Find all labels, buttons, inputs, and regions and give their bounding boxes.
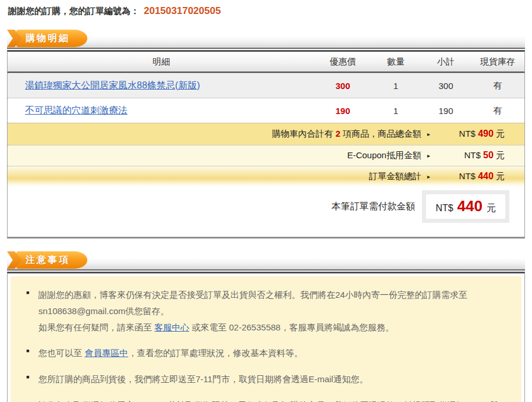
product-subtotal: 300 xyxy=(421,81,471,91)
notice-box: 謝謝您的惠顧，博客來仍保有決定是否接受訂單及出貨與否之權利。我們將在24小時內寄… xyxy=(7,272,525,402)
product-subtotal: 190 xyxy=(421,106,471,116)
spacer xyxy=(8,225,524,237)
col-header-qty: 數量 xyxy=(371,56,421,67)
product-link[interactable]: 不可思議的穴道刺激療法 xyxy=(25,105,127,115)
payment-amount: 440 xyxy=(457,197,483,215)
list-item: 謝謝您的惠顧，博客來仍保有決定是否接受訂單及出貨與否之權利。我們將在24小時內寄… xyxy=(26,287,505,335)
summary-label: 訂單金額總計 xyxy=(369,171,421,182)
thanks-text: 謝謝您的訂購，您的訂單編號為： xyxy=(8,6,139,16)
cart-section-header: 購物明細 xyxy=(7,27,525,49)
notice-list: 謝謝您的惠顧，博客來仍保有決定是否接受訂單及出貨與否之權利。我們將在24小時內寄… xyxy=(26,287,505,402)
product-price: 190 xyxy=(315,106,371,116)
order-total-amount: NT$ 440 元 xyxy=(437,171,505,182)
col-header-detail: 明細 xyxy=(8,56,315,67)
product-link[interactable]: 湯鎮瑋獨家大公開居家風水88條禁忌(新版) xyxy=(25,80,200,90)
cart-ribbon: 購物明細 xyxy=(7,30,87,47)
payment-due-box: NT$ 440 元 xyxy=(422,190,509,223)
arrow-right-icon: ▸ xyxy=(427,152,430,159)
customer-service-link[interactable]: 客服中心 xyxy=(154,322,189,332)
ecoupon-amount: NT$ 50 元 xyxy=(437,150,505,161)
table-row: 不可思議的穴道刺激療法 190 1 190 有 xyxy=(8,98,524,123)
table-row: 湯鎮瑋獨家大公開居家風水88條禁忌(新版) 300 1 300 有 xyxy=(8,73,524,98)
payment-unit: 元 xyxy=(487,202,496,215)
cart-detail-box: 明細 優惠價 數量 小計 現貨庫存 湯鎮瑋獨家大公開居家風水88條禁忌(新版) … xyxy=(7,50,525,239)
summary-row-ecoupon: E-Coupon抵用金額 ▸ NT$ 50 元 xyxy=(8,145,524,166)
product-stock: 有 xyxy=(471,105,524,116)
notice-section-header: 注意事項 xyxy=(7,248,525,271)
arrow-right-icon: ▸ xyxy=(427,173,430,180)
payment-due-label: 本筆訂單需付款金額 xyxy=(331,201,415,213)
cart-section-title: 購物明細 xyxy=(16,30,87,47)
item-count: 2 xyxy=(335,129,340,138)
summary-row-items-total: 購物車內合計有 2 項商品，商品總金額 ▸ NT$ 490 元 xyxy=(8,123,524,145)
list-item: 請您留意取貨通知信函之E-mail，若於取貨期限前三天仍未領取訂購的商品，我們將… xyxy=(26,397,505,402)
product-price: 300 xyxy=(315,81,371,91)
list-item: 您所訂購的商品到貨後，我們將立即送至7-11門市，取貨日期將會透過E-mail通… xyxy=(26,371,505,387)
col-header-stock: 現貨庫存 xyxy=(471,56,524,67)
col-header-price: 優惠價 xyxy=(315,56,371,67)
payment-currency: NT$ xyxy=(435,203,453,214)
items-total-amount: NT$ 490 元 xyxy=(437,129,505,140)
member-area-link[interactable]: 會員專區中 xyxy=(84,348,128,358)
col-header-subtotal: 小計 xyxy=(421,56,471,67)
order-thanks-line: 謝謝您的訂購，您的訂單編號為：20150317020505 xyxy=(0,0,532,17)
notice-background: 謝謝您的惠顧，博客來仍保有決定是否接受訂單及出貨與否之權利。我們將在24小時內寄… xyxy=(10,276,522,402)
payment-due-row: 本筆訂單需付款金額 NT$ 440 元 xyxy=(8,187,524,225)
summary-label: E-Coupon抵用金額 xyxy=(347,150,421,161)
summary-label: 購物車內合計有 2 項商品，商品總金額 xyxy=(272,129,421,140)
product-qty: 1 xyxy=(371,106,421,116)
product-qty: 1 xyxy=(371,81,421,91)
summary-row-order-total: 訂單金額總計 ▸ NT$ 440 元 xyxy=(8,166,524,187)
notice-ribbon: 注意事項 xyxy=(7,251,87,269)
order-confirmation-page: { "colors": { "accent_orange": "#ee8100"… xyxy=(0,0,532,402)
arrow-right-icon: ▸ xyxy=(427,131,430,137)
product-stock: 有 xyxy=(471,80,524,91)
list-item: 您也可以至 會員專區中，查看您的訂單處理狀況，修改基本資料等。 xyxy=(26,345,505,361)
cart-table-header: 明細 優惠價 數量 小計 現貨庫存 xyxy=(8,52,524,73)
notice-section-title: 注意事項 xyxy=(16,251,87,269)
order-number: 20150317020505 xyxy=(144,5,221,16)
